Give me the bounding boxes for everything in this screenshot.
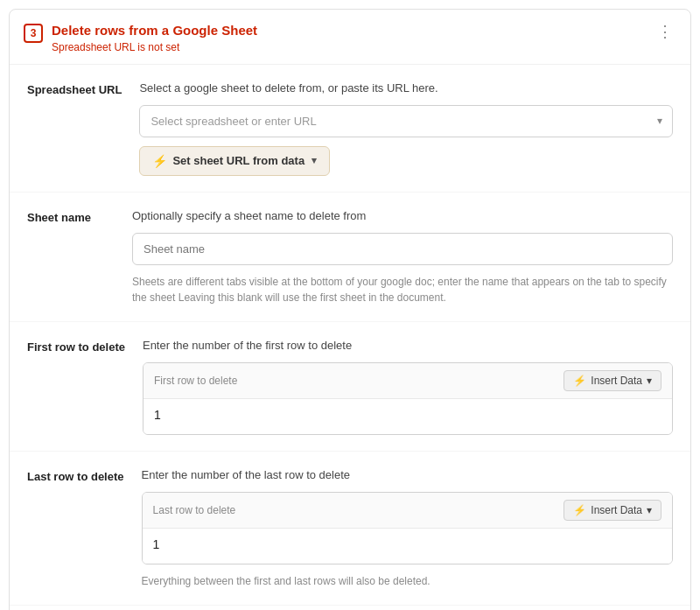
last-row-insert-chevron: ▾	[647, 504, 652, 516]
first-row-label: First row to delete	[27, 338, 125, 355]
set-sheet-url-button[interactable]: ⚡ Set sheet URL from data ▾	[139, 146, 330, 176]
spreadsheet-url-content: Select a google sheet to delete from, or…	[139, 81, 673, 176]
sheet-name-description: Optionally specify a sheet name to delet…	[132, 208, 673, 224]
card-header: 3 Delete rows from a Google Sheet Spread…	[10, 10, 690, 65]
first-row-field: First row to delete ⚡ Insert Data ▾ 1	[143, 362, 673, 435]
last-row-label: Last row to delete	[27, 467, 124, 485]
set-url-button-label: Set sheet URL from data	[172, 154, 304, 167]
more-options-button[interactable]: ⋮	[654, 22, 676, 41]
first-row-description: Enter the number of the first row to del…	[143, 338, 673, 354]
first-row-field-label: First row to delete	[154, 375, 237, 387]
watch-video-row[interactable]: Watch a video to learn how to use this s…	[10, 606, 690, 610]
first-row-bolt-icon: ⚡	[573, 375, 586, 387]
sheet-name-label: Sheet name	[27, 208, 115, 226]
spreadsheet-url-label: Spreadsheet URL	[27, 81, 122, 98]
last-row-bolt-icon: ⚡	[573, 504, 586, 516]
last-row-field-header: Last row to delete ⚡ Insert Data ▾	[143, 493, 672, 529]
last-row-row: Last row to delete Enter the number of t…	[10, 452, 690, 606]
last-row-field: Last row to delete ⚡ Insert Data ▾ 1	[142, 492, 673, 564]
spreadsheet-select-wrapper: Select spreadsheet or enter URL ▾	[139, 105, 673, 137]
card-body: Spreadsheet URL Select a google sheet to…	[10, 65, 690, 611]
step-number: 3	[24, 24, 43, 43]
last-row-hint: Everything between the first and last ro…	[142, 573, 673, 589]
chevron-icon: ▾	[312, 155, 317, 166]
sheet-name-input[interactable]	[132, 233, 673, 265]
card-container: 3 Delete rows from a Google Sheet Spread…	[9, 9, 691, 610]
first-row-value[interactable]: 1	[144, 399, 672, 434]
first-row-insert-chevron: ▾	[647, 375, 652, 387]
spreadsheet-url-row: Spreadsheet URL Select a google sheet to…	[10, 65, 690, 193]
sheet-name-content: Optionally specify a sheet name to delet…	[132, 208, 673, 305]
first-row-insert-data-button[interactable]: ⚡ Insert Data ▾	[564, 370, 662, 391]
last-row-content: Enter the number of the last row to dele…	[142, 467, 673, 589]
header-title: Delete rows from a Google Sheet	[52, 22, 257, 39]
last-row-insert-data-button[interactable]: ⚡ Insert Data ▾	[564, 500, 662, 521]
spreadsheet-select[interactable]: Select spreadsheet or enter URL	[139, 105, 673, 137]
first-row-content: Enter the number of the first row to del…	[143, 338, 673, 435]
last-row-insert-data-label: Insert Data	[591, 504, 642, 516]
header-subtitle: Spreadsheet URL is not set	[52, 41, 257, 53]
sheet-name-hint: Sheets are different tabs visible at the…	[132, 274, 673, 305]
last-row-description: Enter the number of the last row to dele…	[142, 467, 673, 483]
sheet-name-row: Sheet name Optionally specify a sheet na…	[10, 193, 690, 322]
header-titles: Delete rows from a Google Sheet Spreadsh…	[52, 22, 257, 53]
first-row-row: First row to delete Enter the number of …	[10, 322, 690, 452]
bolt-icon: ⚡	[152, 154, 167, 168]
last-row-value[interactable]: 1	[143, 529, 672, 564]
last-row-field-label: Last row to delete	[153, 504, 236, 516]
spreadsheet-url-description: Select a google sheet to delete from, or…	[139, 81, 673, 96]
first-row-field-header: First row to delete ⚡ Insert Data ▾	[144, 363, 672, 399]
first-row-insert-data-label: Insert Data	[591, 375, 642, 387]
header-left: 3 Delete rows from a Google Sheet Spread…	[24, 22, 257, 53]
